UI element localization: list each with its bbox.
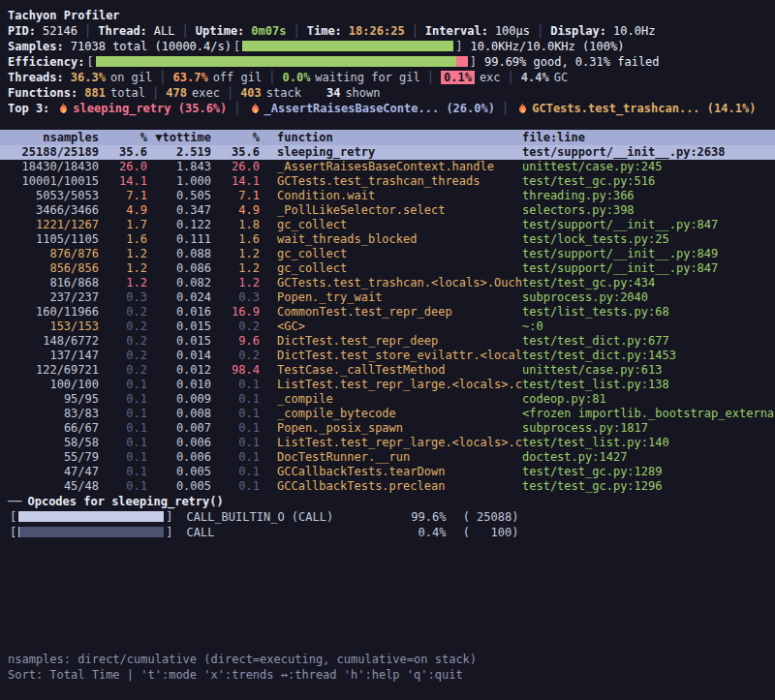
- direct-percent-cell: 0.2: [99, 305, 147, 320]
- tottime-cell: 0.016: [147, 305, 211, 320]
- file-line-cell: subprocess.py:1817: [522, 421, 775, 436]
- table-row[interactable]: 25188/2518935.62.51935.6sleeping_retryte…: [0, 145, 775, 160]
- separator: │: [159, 71, 166, 84]
- function-cell: DocTestRunner.__run: [260, 450, 522, 465]
- tottime-cell: 0.014: [147, 349, 211, 363]
- file-line-cell: test/test_list.py:140: [522, 436, 775, 450]
- functions-shown-label: shown: [345, 86, 380, 100]
- file-line-cell: unittest/case.py:245: [522, 160, 775, 174]
- table-row[interactable]: 237/2370.30.0240.3Popen._try_waitsubproc…: [0, 290, 775, 305]
- table-row[interactable]: 1105/11051.60.1111.6wait_threads_blocked…: [0, 232, 775, 247]
- table-row[interactable]: 55/790.10.0060.1DocTestRunner.__rundocte…: [0, 450, 775, 465]
- cumulative-percent-cell: 0.1: [211, 479, 260, 494]
- table-row[interactable]: 47/470.10.0050.1GCCallbackTests.tearDown…: [0, 465, 775, 479]
- file-line-cell: test/test_gc.py:516: [522, 174, 775, 189]
- nsamples-cell: 148/6772: [8, 334, 99, 349]
- table-row[interactable]: 10001/1001514.11.00014.1GCTests.test_tra…: [0, 174, 775, 189]
- nsamples-cell: 3466/3466: [8, 203, 99, 218]
- table-row[interactable]: 148/67720.20.0159.6DictTest.test_repr_de…: [0, 334, 775, 349]
- file-line-cell: test/support/__init__.py:849: [522, 247, 775, 261]
- cumulative-percent-cell: 98.4: [211, 363, 260, 378]
- header-cumulative-percent[interactable]: %: [211, 130, 260, 145]
- display-value: 10.0Hz: [613, 24, 655, 38]
- table-row[interactable]: 816/8681.20.0821.2GCTests.test_trashcan.…: [0, 276, 775, 290]
- function-cell: wait_threads_blocked: [260, 232, 522, 247]
- cumulative-percent-cell: 1.8: [211, 218, 260, 232]
- direct-percent-cell: 14.1: [99, 174, 147, 189]
- separator: │: [227, 86, 233, 100]
- file-line-cell: test/support/__init__.py:2638: [522, 145, 775, 160]
- table-row[interactable]: 876/8761.20.0881.2gc_collecttest/support…: [0, 247, 775, 261]
- efficiency-bar: [96, 56, 468, 67]
- efficiency-label: Efficiency:: [8, 55, 84, 69]
- header-direct-percent[interactable]: %: [99, 130, 147, 145]
- cumulative-percent-cell: 0.1: [211, 450, 260, 465]
- function-cell: ListTest.test_repr_large.<locals>.c...: [260, 436, 522, 450]
- table-row[interactable]: 58/580.10.0060.1ListTest.test_repr_large…: [0, 436, 775, 450]
- samples-line: Samples:71038 total (10000.4/s)[]10.0KHz…: [0, 39, 775, 54]
- samples-bar: [242, 41, 453, 51]
- table-row[interactable]: 83/830.10.0080.1_compile_bytecode<frozen…: [0, 407, 775, 421]
- table-row[interactable]: 95/950.10.0090.1_compilecodeop.py:81: [0, 392, 775, 407]
- cumulative-percent-cell: 14.1: [211, 174, 260, 189]
- table-row[interactable]: 45/480.10.0050.1GCCallbackTests.preclean…: [0, 479, 775, 494]
- table-row[interactable]: 160/119660.20.01616.9CommonTest.test_rep…: [0, 305, 775, 320]
- function-cell: <GC>: [260, 320, 522, 334]
- table-row[interactable]: 3466/34664.90.3474.9_PollLikeSelector.se…: [0, 203, 775, 218]
- table-row[interactable]: 153/1530.20.0150.2<GC>~:0: [0, 320, 775, 334]
- table-row[interactable]: 5053/50537.10.5057.1Condition.waitthread…: [0, 189, 775, 203]
- direct-percent-cell: 0.2: [99, 363, 147, 378]
- direct-percent-cell: 1.7: [99, 218, 147, 232]
- table-row[interactable]: 137/1470.20.0140.2DictTest.test_store_ev…: [0, 349, 775, 363]
- cumulative-percent-cell: 1.2: [211, 276, 260, 290]
- separator: │: [502, 102, 509, 115]
- cumulative-percent-cell: 1.2: [211, 247, 260, 261]
- nsamples-cell: 100/100: [8, 378, 99, 392]
- table-row[interactable]: 856/8561.20.0861.2gc_collecttest/support…: [0, 261, 775, 276]
- function-cell: sleeping_retry: [260, 145, 522, 160]
- functions-label: Functions:: [8, 86, 78, 100]
- bar-bracket: [: [10, 510, 16, 524]
- file-line-cell: test/test_gc.py:1289: [522, 465, 775, 479]
- file-line-cell: codeop.py:81: [522, 392, 775, 407]
- top3-line: Top 3:sleeping_retry (35.6%)│_AssertRais…: [0, 101, 775, 116]
- pid-label: PID:: [8, 24, 36, 38]
- tottime-cell: 0.111: [147, 232, 211, 247]
- nsamples-cell: 137/147: [8, 349, 99, 363]
- header-function[interactable]: function: [260, 130, 522, 145]
- nsamples-cell: 25188/25189: [8, 145, 99, 160]
- threads-label: Threads:: [8, 71, 64, 84]
- table-row[interactable]: 100/1000.10.0100.1ListTest.test_repr_lar…: [0, 378, 775, 392]
- interval-label: Interval:: [425, 24, 488, 38]
- tottime-cell: 0.122: [147, 218, 211, 232]
- functions-stack-value: 403: [240, 86, 262, 100]
- function-cell: gc_collect: [260, 261, 522, 276]
- functions-total-label: total: [110, 86, 145, 100]
- nsamples-cell: 47/47: [8, 465, 99, 479]
- header-nsamples[interactable]: nsamples: [8, 130, 99, 145]
- table-row[interactable]: 18430/1843026.01.84326.0_AssertRaisesBas…: [0, 160, 775, 174]
- function-cell: gc_collect: [260, 247, 522, 261]
- table-row[interactable]: 1221/12671.70.1221.8gc_collecttest/suppo…: [0, 218, 775, 232]
- cumulative-percent-cell: 16.9: [211, 305, 260, 320]
- cumulative-percent-cell: 0.1: [211, 407, 260, 421]
- separator: │: [182, 24, 189, 38]
- bar-bracket: [: [86, 55, 93, 69]
- file-line-cell: <frozen importlib._bootstrap_externa: [522, 407, 775, 421]
- file-line-cell: test/test_gc.py:434: [522, 276, 775, 290]
- header-file-line[interactable]: file:line: [522, 130, 775, 145]
- samples-total: 71038 total (10000.4/s): [71, 40, 232, 53]
- table-row[interactable]: 122/697210.20.01298.4TestCase._callTestM…: [0, 363, 775, 378]
- nsamples-cell: 237/237: [8, 290, 99, 305]
- footer-help-nsamples: nsamples: direct/cumulative (direct=exec…: [0, 652, 775, 667]
- direct-percent-cell: 1.2: [99, 276, 147, 290]
- table-row[interactable]: 66/670.10.0070.1Popen._posix_spawnsubpro…: [0, 421, 775, 436]
- cumulative-percent-cell: 4.9: [211, 203, 260, 218]
- on-gil-pct: 36.3%: [71, 71, 106, 84]
- direct-percent-cell: 0.1: [99, 479, 147, 494]
- tottime-cell: 0.006: [147, 450, 211, 465]
- function-cell: Popen._try_wait: [260, 290, 522, 305]
- exc-label: exc: [480, 71, 501, 84]
- header-tottime-sorted[interactable]: ▼tottime: [147, 130, 211, 145]
- separator: │: [152, 86, 159, 100]
